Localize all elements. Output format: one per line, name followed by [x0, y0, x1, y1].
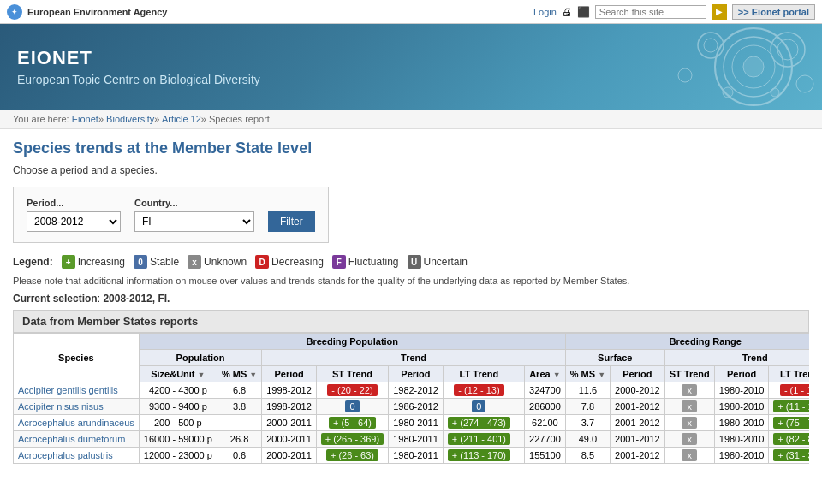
range-period1: 2000-2012	[611, 382, 665, 399]
increasing-text: Increasing	[78, 256, 125, 268]
col-species: Species	[14, 334, 140, 382]
group-breeding-population: Breeding Population	[139, 334, 565, 350]
filter-period-group: Period... 2008-2012 2001-2006	[27, 198, 121, 232]
table-container: Species Breeding Population Breeding Ran…	[13, 333, 809, 464]
breadcrumb-article12[interactable]: Article 12	[162, 114, 201, 124]
pop-period1: 1998-2012	[262, 382, 317, 399]
breadcrumb-biodiversity[interactable]: Biodiversity	[106, 114, 154, 124]
col-pct-ms2[interactable]: % MS ▼	[565, 366, 610, 382]
pct-ms: 3.8	[217, 399, 261, 415]
range-lt: + (75 - 75)	[769, 415, 809, 431]
area: 155100	[525, 448, 566, 464]
sub-population: Population	[139, 350, 261, 366]
range-lt: + (31 - 31)	[769, 448, 809, 464]
legend-row: Legend: + Increasing 0 Stable x Unknown …	[13, 255, 809, 269]
breadcrumb: You are here: Eionet» Biodiversity» Arti…	[0, 110, 822, 129]
breadcrumb-you-are-here: You are here:	[13, 114, 69, 124]
period-select[interactable]: 2008-2012 2001-2006	[27, 211, 121, 232]
legend-fluctuating: F Fluctuating	[332, 255, 399, 269]
col-pop-period2: Period	[389, 366, 444, 382]
pop-period1: 2000-2011	[262, 431, 317, 448]
filter-box: Period... 2008-2012 2001-2006 Country...…	[13, 187, 329, 243]
species-name[interactable]: Acrocephalus palustris	[14, 448, 140, 464]
current-sel-value: 2008-2012, FI.	[103, 293, 170, 305]
range-period1: 2001-2012	[611, 415, 665, 431]
legend-uncertain: U Uncertain	[408, 255, 468, 269]
range-period1: 2001-2012	[611, 448, 665, 464]
svg-point-7	[704, 39, 718, 52]
table-section-title: Data from Member States reports	[13, 310, 809, 333]
printer-icon[interactable]: 🖨	[562, 6, 572, 18]
svg-point-3	[743, 56, 764, 77]
size-unit: 16000 - 59000 p	[139, 431, 217, 448]
search-input[interactable]	[595, 5, 706, 19]
country-label: Country...	[134, 198, 254, 208]
lt-trend: + (274 - 473)	[443, 415, 515, 431]
breadcrumb-eionet[interactable]: Eionet	[72, 114, 98, 124]
area: 62100	[525, 415, 566, 431]
lt-trend: - (12 - 13)	[443, 382, 515, 399]
col-range-period1: Period	[611, 366, 665, 382]
current-selection: Current selection: 2008-2012, FI.	[13, 293, 809, 305]
stable-text: Stable	[150, 256, 179, 268]
search-button[interactable]: ▶	[712, 4, 727, 20]
svg-point-9	[678, 68, 692, 82]
pct-ms2: 8.5	[565, 448, 610, 464]
pop-period2: 1980-2011	[389, 415, 444, 431]
lt-trend: 0	[443, 399, 515, 415]
range-period1: 2001-2012	[611, 399, 665, 415]
svg-point-10	[723, 87, 733, 98]
col-st-trend: ST Trend	[316, 366, 388, 382]
st-trend: + (5 - 64)	[316, 415, 388, 431]
share-icon[interactable]: ⬛	[577, 6, 590, 18]
range-lt: - (1 - 1)	[769, 382, 809, 399]
species-name[interactable]: Accipiter gentilis gentilis	[14, 382, 140, 399]
fluctuating-badge: F	[332, 255, 346, 269]
species-name[interactable]: Acrocephalus arundinaceus	[14, 415, 140, 431]
col-pop-period1: Period	[262, 366, 317, 382]
svg-point-8	[796, 75, 813, 92]
pop-period2: 1980-2011	[389, 431, 444, 448]
size-unit: 200 - 500 p	[139, 415, 217, 431]
col-range-st: ST Trend	[664, 366, 714, 382]
range-st: x	[664, 415, 714, 431]
login-link[interactable]: Login	[533, 7, 557, 17]
subtitle: Choose a period and a species.	[13, 164, 809, 176]
pop-extra	[515, 415, 525, 431]
range-lt: + (11 - 11)	[769, 399, 809, 415]
legend-decreasing: D Decreasing	[255, 255, 324, 269]
species-name[interactable]: Accipiter nisus nisus	[14, 399, 140, 415]
stable-badge: 0	[134, 255, 147, 269]
current-sel-label: Current selection	[13, 293, 98, 305]
sub-trend2: Trend	[664, 350, 809, 366]
range-period2: 1980-2010	[714, 431, 769, 448]
range-st: x	[664, 399, 714, 415]
country-select[interactable]: FI DE FR	[134, 211, 254, 232]
top-bar-right: Login 🖨 ⬛ ▶ >> Eionet portal	[533, 4, 815, 20]
main-content: Species trends at the Member State level…	[0, 129, 822, 474]
range-period2: 1980-2010	[714, 448, 769, 464]
col-size-unit[interactable]: Size&Unit ▼	[139, 366, 217, 382]
pop-period2: 1982-2012	[389, 382, 444, 399]
col-pct-ms[interactable]: % MS ▼	[217, 366, 261, 382]
area: 286000	[525, 399, 566, 415]
st-trend: 0	[316, 399, 388, 415]
range-period2: 1980-2010	[714, 399, 769, 415]
eionet-portal-link[interactable]: >> Eionet portal	[732, 4, 815, 20]
legend-increasing: + Increasing	[62, 255, 125, 269]
range-period2: 1980-2010	[714, 382, 769, 399]
range-lt: + (82 - 82)	[769, 431, 809, 448]
pop-extra	[515, 382, 525, 399]
legend-stable: 0 Stable	[134, 255, 179, 269]
page-title: Species trends at the Member State level	[13, 139, 809, 157]
filter-button[interactable]: Filter	[268, 211, 315, 232]
sub-trend: Trend	[262, 350, 566, 366]
pop-period1: 2000-2011	[262, 415, 317, 431]
species-name[interactable]: Acrocephalus dumetorum	[14, 431, 140, 448]
legend-label: Legend:	[13, 256, 53, 268]
col-area[interactable]: Area ▼	[525, 366, 566, 382]
filter-row: Period... 2008-2012 2001-2006 Country...…	[27, 198, 315, 232]
pop-period2: 1986-2012	[389, 399, 444, 415]
range-st: x	[664, 382, 714, 399]
sub-surface: Surface	[565, 350, 664, 366]
